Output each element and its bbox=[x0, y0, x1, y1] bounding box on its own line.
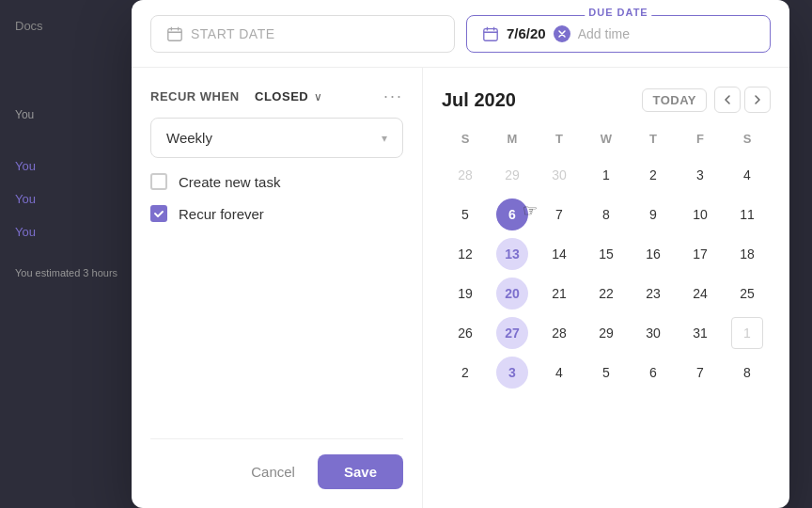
calendar-day[interactable]: 15 bbox=[583, 234, 630, 274]
save-button[interactable]: Save bbox=[318, 454, 403, 489]
calendar-nav: Jul 2020 TODAY bbox=[442, 87, 771, 113]
calendar-day[interactable]: 30 bbox=[536, 155, 583, 195]
calendar-day[interactable]: 8 bbox=[583, 195, 630, 234]
calendar-week-0: 2829301234 bbox=[442, 155, 771, 195]
create-new-task-label: Create new task bbox=[179, 174, 280, 190]
day-number: 6 bbox=[496, 198, 528, 230]
calendar-day[interactable]: 2 bbox=[442, 353, 489, 392]
calendar-day[interactable]: 2 bbox=[630, 155, 677, 195]
calendar-day[interactable]: 27 bbox=[489, 313, 536, 353]
calendar-day[interactable]: 11 bbox=[724, 195, 771, 234]
start-date-label: START DATE bbox=[191, 26, 275, 41]
calendar-day[interactable]: 1 bbox=[583, 155, 630, 195]
calendar-day[interactable]: 29 bbox=[583, 313, 630, 353]
svg-rect-0 bbox=[168, 28, 181, 40]
calendar-body: 282930123456☞789101112131415161718192021… bbox=[442, 155, 771, 392]
calendar-day[interactable]: 18 bbox=[724, 234, 771, 274]
bg-item5: You estimated 3 hours bbox=[15, 267, 135, 278]
modal-body: RECUR WHEN CLOSED ∨ ··· Weekly ▾ Create … bbox=[132, 68, 789, 508]
frequency-chevron-icon: ▾ bbox=[382, 132, 387, 145]
bg-item2: You bbox=[15, 159, 135, 173]
calendar-day[interactable]: 24 bbox=[677, 274, 724, 313]
recur-forever-row[interactable]: Recur forever bbox=[150, 205, 403, 222]
due-cal-icon bbox=[482, 25, 499, 42]
calendar-day[interactable]: 9 bbox=[630, 195, 677, 234]
day-number: 27 bbox=[496, 317, 528, 349]
day-number: 29 bbox=[590, 317, 622, 349]
more-options-button[interactable]: ··· bbox=[383, 87, 403, 106]
day-number: 24 bbox=[684, 278, 716, 310]
calendar-day[interactable]: 10 bbox=[677, 195, 724, 234]
prev-month-button[interactable] bbox=[714, 87, 741, 113]
calendar-day[interactable]: 30 bbox=[630, 313, 677, 353]
day-number: 19 bbox=[449, 278, 481, 310]
calendar-day[interactable]: 7 bbox=[536, 195, 583, 234]
calendar-day[interactable]: 5 bbox=[442, 195, 489, 234]
calendar-day[interactable]: 12 bbox=[442, 234, 489, 274]
day-number: 9 bbox=[637, 198, 669, 230]
today-button[interactable]: TODAY bbox=[642, 88, 707, 112]
create-new-task-row[interactable]: Create new task bbox=[150, 173, 403, 190]
calendar-day[interactable]: 4 bbox=[724, 155, 771, 195]
next-arrow-icon bbox=[754, 94, 761, 105]
calendar-day[interactable]: 6 bbox=[630, 353, 677, 392]
calendar-day[interactable]: 23 bbox=[630, 274, 677, 313]
calendar-day[interactable]: 5 bbox=[583, 353, 630, 392]
calendar-day[interactable]: 19 bbox=[442, 274, 489, 313]
calendar-grid: S M T W T F S 282930123456☞7891011121314… bbox=[442, 128, 771, 392]
calendar-day[interactable]: 29 bbox=[489, 155, 536, 195]
calendar-day[interactable]: 13 bbox=[489, 234, 536, 274]
calendar-day[interactable]: 21 bbox=[536, 274, 583, 313]
calendar-day[interactable]: 8 bbox=[724, 353, 771, 392]
calendar-day[interactable]: 17 bbox=[677, 234, 724, 274]
calendar-day[interactable]: 3 bbox=[677, 155, 724, 195]
day-number: 30 bbox=[543, 159, 575, 191]
due-date-header-label: DUE DATE bbox=[585, 7, 651, 18]
day-number: 13 bbox=[496, 238, 528, 270]
calendar-day[interactable]: 6☞ bbox=[489, 195, 536, 234]
calendar-day[interactable]: 31 bbox=[677, 313, 724, 353]
start-date-field[interactable]: START DATE bbox=[150, 15, 455, 53]
day-number: 17 bbox=[684, 238, 716, 270]
recur-forever-checkbox[interactable] bbox=[150, 205, 167, 222]
calendar-day[interactable]: 28 bbox=[442, 155, 489, 195]
frequency-dropdown[interactable]: Weekly ▾ bbox=[150, 118, 403, 158]
cancel-button[interactable]: Cancel bbox=[240, 456, 306, 487]
day-number: 3 bbox=[684, 159, 716, 191]
add-time-label[interactable]: Add time bbox=[578, 26, 630, 41]
modal-dialog: START DATE DUE DATE 7/6/20 Add time bbox=[132, 0, 789, 508]
svg-rect-1 bbox=[484, 28, 497, 40]
left-panel: RECUR WHEN CLOSED ∨ ··· Weekly ▾ Create … bbox=[132, 68, 423, 508]
calendar-day[interactable]: 20 bbox=[489, 274, 536, 313]
clear-due-date-button[interactable] bbox=[554, 25, 570, 42]
day-number: 21 bbox=[543, 278, 575, 310]
next-month-button[interactable] bbox=[744, 87, 771, 113]
day-number: 5 bbox=[590, 357, 622, 389]
calendar-day[interactable]: 16 bbox=[630, 234, 677, 274]
background-panel: Docs You You You You You estimated 3 hou… bbox=[0, 0, 150, 508]
prev-arrow-icon bbox=[724, 94, 731, 105]
calendar-day[interactable]: 1 bbox=[724, 313, 771, 353]
calendar-day[interactable]: 28 bbox=[536, 313, 583, 353]
calendar-day[interactable]: 25 bbox=[724, 274, 771, 313]
day-header-sun: S bbox=[442, 128, 489, 155]
due-date-field[interactable]: DUE DATE 7/6/20 Add time bbox=[466, 15, 771, 53]
calendar-day[interactable]: 26 bbox=[442, 313, 489, 353]
bg-item4: You bbox=[15, 225, 135, 239]
calendar-day[interactable]: 14 bbox=[536, 234, 583, 274]
modal-header: START DATE DUE DATE 7/6/20 Add time bbox=[132, 0, 789, 68]
day-number: 1 bbox=[731, 317, 763, 349]
day-number: 28 bbox=[449, 159, 481, 191]
calendar-month-year: Jul 2020 bbox=[442, 89, 642, 111]
calendar-day[interactable]: 7 bbox=[677, 353, 724, 392]
day-header-tue: T bbox=[536, 128, 583, 155]
recur-closed-label: CLOSED bbox=[255, 89, 308, 103]
calendar-day[interactable]: 22 bbox=[583, 274, 630, 313]
create-new-task-checkbox[interactable] bbox=[150, 173, 167, 190]
recur-header[interactable]: RECUR WHEN CLOSED ∨ ··· bbox=[150, 87, 403, 106]
calendar-day[interactable]: 3 bbox=[489, 353, 536, 392]
calendar-day[interactable]: 4 bbox=[536, 353, 583, 392]
calendar-header: S M T W T F S bbox=[442, 128, 771, 155]
bg-item3: You bbox=[15, 192, 135, 206]
day-number: 8 bbox=[590, 198, 622, 230]
